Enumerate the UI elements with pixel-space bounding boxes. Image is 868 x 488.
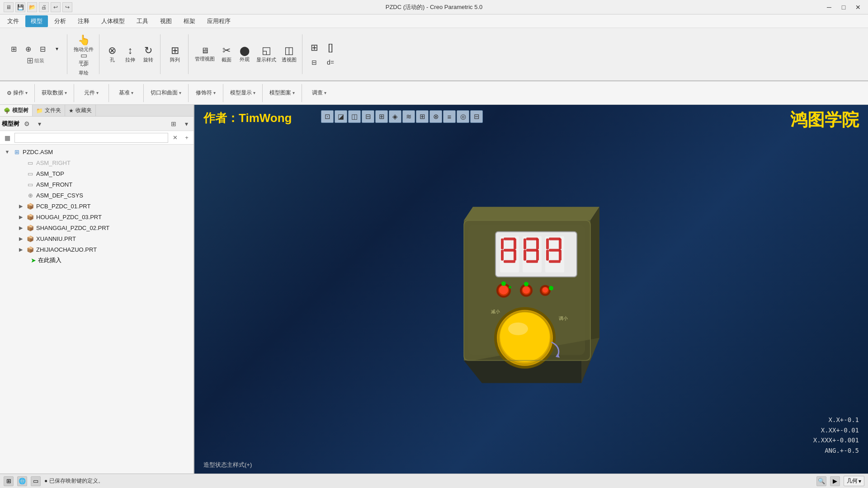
extrude-btn[interactable]: ↕ 拉伸 xyxy=(122,43,138,66)
shanggai-expand[interactable]: ▶ xyxy=(17,224,24,231)
ribbon-group-array: ⊞ 阵列 xyxy=(161,34,189,74)
tree-root[interactable]: ▼ ⊞ PZDC.ASM xyxy=(2,146,192,157)
panel-expand-btn[interactable]: ⊞ xyxy=(168,118,179,129)
panel-tab-model-tree[interactable]: 🌳 模型树 xyxy=(0,105,33,116)
vp-btn-7[interactable]: ≋ xyxy=(402,110,415,123)
xuanniu-expand[interactable]: ▶ xyxy=(17,235,24,242)
rotate-btn[interactable]: ↻ 旋转 xyxy=(140,43,156,66)
statusbar-dropdown[interactable]: 几何 ▾ xyxy=(844,476,864,486)
statusbar-icon2[interactable]: 🌐 xyxy=(17,476,27,486)
tree-item-pcb[interactable]: ▶ 📦 PCB_PZDC_01.PRT xyxy=(16,201,192,211)
ribbon2-model-fig[interactable]: 模型图案 ▾ xyxy=(266,86,298,100)
quick-print-icon[interactable]: 🖨 xyxy=(39,2,49,12)
tree-item-hougai[interactable]: ▶ 📦 HOUGAI_PZDC_03.PRT xyxy=(16,211,192,222)
undo-icon[interactable]: ↩ xyxy=(51,2,61,12)
right-btn4[interactable]: d= xyxy=(323,56,338,68)
vp-btn-2[interactable]: ◪ xyxy=(335,110,347,123)
vp-btn-11[interactable]: ◎ xyxy=(457,110,469,123)
pcb-expand[interactable]: ▶ xyxy=(17,202,24,210)
ribbon2-decor[interactable]: 修饰符 ▾ xyxy=(192,86,219,100)
ribbon2-elements[interactable]: 元件 ▾ xyxy=(78,86,105,100)
appearance-btn[interactable]: ⬤ 外观 xyxy=(236,43,253,66)
array-btn[interactable]: ⊞ 阵列 xyxy=(167,43,183,66)
statusbar-icon1[interactable]: ⊞ xyxy=(4,476,14,486)
perspective-icon: ◫ xyxy=(284,46,294,56)
ribbon-op3[interactable]: ⊟ xyxy=(36,43,49,55)
ribbon-op2[interactable]: ⊕ xyxy=(22,43,34,55)
right-btn3[interactable]: ⊟ xyxy=(307,56,321,68)
tree-item-shanggai[interactable]: ▶ 📦 SHANGGAI_PZDC_02.PRT xyxy=(16,222,192,233)
ribbon2-model-disp[interactable]: 模型显示 ▾ xyxy=(227,86,259,100)
panel-settings-btn[interactable]: ⚙ xyxy=(21,118,32,129)
root-expand[interactable]: ▼ xyxy=(4,148,11,155)
ribbon2-decor-group: 修饰符 ▾ xyxy=(192,84,223,102)
statusbar-right-icon2[interactable]: ▶ xyxy=(830,476,840,486)
menu-frame[interactable]: 框架 xyxy=(178,15,201,27)
vp-btn-1[interactable]: ⊡ xyxy=(321,110,334,123)
menu-file[interactable]: 文件 xyxy=(2,15,24,27)
sketch-btn[interactable]: 〰 草绘 xyxy=(77,65,90,75)
right-btn2[interactable]: [] xyxy=(323,40,338,55)
menu-view[interactable]: 视图 xyxy=(155,15,177,27)
vp-btn-9[interactable]: ⊗ xyxy=(429,110,442,123)
ribbon2-base[interactable]: 基准 ▾ xyxy=(113,86,140,100)
maximize-button[interactable]: □ xyxy=(837,2,850,12)
statusbar-right-icon1[interactable]: 🔍 xyxy=(816,476,826,486)
xuanniu-icon: 📦 xyxy=(26,235,34,243)
tree-item-asm-front[interactable]: ▭ ASM_FRONT xyxy=(16,179,192,190)
section-label: 截面 xyxy=(222,56,231,63)
vp-btn-5[interactable]: ⊞ xyxy=(375,110,388,123)
disp-style-btn[interactable]: ◱ 显示样式 xyxy=(255,43,278,66)
ribbon2-survey[interactable]: 调查 ▾ xyxy=(306,86,333,100)
search-clear-btn[interactable]: ✕ xyxy=(170,133,180,143)
zhijiao-expand[interactable]: ▶ xyxy=(17,246,24,253)
tree-item-asm-def-csys[interactable]: ⊕ ASM_DEF_CSYS xyxy=(16,190,192,201)
menu-tools[interactable]: 工具 xyxy=(131,15,154,27)
panel-tab-files[interactable]: 📁 文件夹 xyxy=(33,105,65,116)
quick-save-icon[interactable]: 💾 xyxy=(15,2,25,12)
quick-open-icon[interactable]: 📂 xyxy=(27,2,37,12)
ribbon-op-more[interactable]: ▾ xyxy=(51,43,63,55)
statusbar-icon3[interactable]: ▭ xyxy=(31,476,41,486)
search-add-btn[interactable]: + xyxy=(182,133,192,143)
vp-btn-8[interactable]: ⊞ xyxy=(416,110,429,123)
vp-btn-10[interactable]: ≡ xyxy=(443,110,456,123)
manage-views-btn[interactable]: 🖥 管理视图 xyxy=(193,43,217,66)
tree-item-zhijiao[interactable]: ▶ 📦 ZHIJIAOCHAZUO.PRT xyxy=(16,244,192,255)
main-viewport[interactable]: 作者：TimWong 鸿图学院 ⊡ ◪ ◫ ⊟ ⊞ ◈ ≋ ⊞ ⊗ ≡ ◎ ⊟ xyxy=(194,105,868,474)
menu-human-model[interactable]: 人体模型 xyxy=(96,15,130,27)
ribbon2-ops[interactable]: ⚙ 操作 ▾ xyxy=(4,86,31,100)
ribbon2-cut[interactable]: 切口和曲面 ▾ xyxy=(147,86,184,100)
vp-btn-4[interactable]: ⊟ xyxy=(362,110,374,123)
ribbon-op1[interactable]: ⊞ xyxy=(7,43,20,55)
menu-annotation[interactable]: 注释 xyxy=(72,15,95,27)
assemble-icon: ⊞ xyxy=(27,56,33,66)
minimize-button[interactable]: ─ xyxy=(823,2,835,12)
filter-icon[interactable]: ▦ xyxy=(2,132,13,143)
vp-btn-6[interactable]: ◈ xyxy=(389,110,401,123)
redo-icon[interactable]: ↪ xyxy=(62,2,72,12)
tree-item-xuanniu[interactable]: ▶ 📦 XUANNIU.PRT xyxy=(16,233,192,244)
tree-item-asm-top[interactable]: ▭ ASM_TOP xyxy=(16,168,192,179)
ribbon-group-view-mgmt: 🖥 管理视图 ✂ 截面 ⬤ 外观 ◱ 显示样式 ◫ 透视图 xyxy=(189,34,302,74)
right-btn1[interactable]: ⊞ xyxy=(307,40,321,55)
ribbon2-get-data[interactable]: 获取数据 ▾ xyxy=(38,86,70,100)
section-btn[interactable]: ✂ 截面 xyxy=(218,43,235,66)
search-input[interactable] xyxy=(14,133,168,143)
tree-item-asm-right[interactable]: ▭ ASM_RIGHT xyxy=(16,157,192,168)
menu-apps[interactable]: 应用程序 xyxy=(202,15,236,27)
vp-btn-3[interactable]: ◫ xyxy=(348,110,361,123)
svg-rect-13 xyxy=(514,239,516,249)
panel-tab-favorites[interactable]: ★ 收藏夹 xyxy=(65,105,96,116)
vp-btn-12[interactable]: ⊟ xyxy=(470,110,483,123)
hougai-expand[interactable]: ▶ xyxy=(17,213,24,221)
hole-btn[interactable]: ⊗ 孔 xyxy=(104,43,120,66)
menu-model[interactable]: 模型 xyxy=(25,15,48,27)
panel-collapse-btn[interactable]: ▾ xyxy=(181,118,192,129)
close-button[interactable]: ✕ xyxy=(852,2,864,12)
menu-analysis[interactable]: 分析 xyxy=(49,15,71,27)
window-title: PZDC (活动的) - Creo Parametric 5.0 xyxy=(386,3,483,11)
panel-dropdown-btn[interactable]: ▾ xyxy=(34,118,45,129)
perspective-btn[interactable]: ◫ 透视图 xyxy=(280,43,298,66)
svg-rect-28 xyxy=(546,239,549,249)
